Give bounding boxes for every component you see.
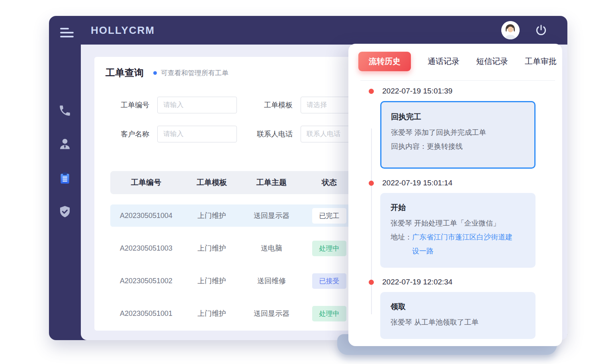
address-link[interactable]: 广东省江门市蓬江区白沙街道建设一路 — [412, 230, 512, 258]
col-header-subject: 工单主题 — [242, 177, 301, 188]
timeline-dot-icon — [369, 280, 374, 285]
timeline-connector-line — [371, 128, 372, 314]
sidebar-item-workorders[interactable] — [49, 171, 81, 185]
circulation-timeline: 2022-07-19 15:01:39 回执完工 张爱琴 添加了回执并完成工单 … — [348, 81, 562, 339]
address-label: 地址： — [391, 230, 412, 258]
tab-approval[interactable]: 工单审批 — [525, 56, 557, 67]
order-id-input[interactable] — [157, 97, 237, 113]
filter-label-template: 工单模板 — [248, 100, 293, 110]
timeline-card-receipt-complete[interactable]: 回执完工 张爱琴 添加了回执并完成工单 回执内容：更换转接线 — [380, 101, 536, 169]
clipboard-icon — [58, 171, 72, 185]
timeline-timestamp: 2022-07-19 15:01:14 — [382, 178, 562, 188]
detail-tabs: 流转历史 通话记录 短信记录 工单审批 — [348, 44, 562, 71]
timeline-entry: 2022-07-19 15:01:39 回执完工 张爱琴 添加了回执并完成工单 … — [380, 86, 562, 169]
page-title-row: 工单查询 可查看和管理所有工单 — [106, 66, 229, 79]
power-logout-icon[interactable] — [535, 24, 547, 37]
col-header-template: 工单模板 — [182, 177, 242, 188]
app-logo-text: HOLLYCRM — [91, 24, 155, 37]
timeline-entry: 2022-07-19 12:02:34 领取 张爱琴 从工单池领取了工单 — [380, 277, 562, 339]
timeline-dot-icon — [369, 89, 374, 94]
col-header-order-id: 工单编号 — [110, 177, 182, 188]
timeline-entry: 2022-07-19 15:01:14 开始 张爱琴 开始处理工单「企业微信」 … — [380, 178, 562, 268]
user-avatar[interactable] — [501, 21, 520, 39]
tab-call-records[interactable]: 通话记录 — [428, 56, 459, 67]
page: HOLLYCRM — [0, 0, 604, 364]
status-badge: 已完工 — [312, 208, 346, 224]
sidebar-item-quality[interactable] — [49, 205, 81, 218]
shield-check-icon — [58, 205, 72, 218]
filter-label-customer: 客户名称 — [113, 129, 149, 139]
timeline-dot-icon — [369, 181, 374, 186]
page-title: 工单查询 — [106, 66, 144, 79]
phone-icon — [58, 104, 72, 117]
filter-label-contact-phone: 联系人电话 — [248, 129, 293, 139]
status-badge: 处理中 — [312, 306, 346, 321]
subtitle-dot-icon — [153, 71, 157, 75]
timeline-card-claim[interactable]: 领取 张爱琴 从工单池领取了工单 — [380, 292, 536, 339]
status-badge: 已接受 — [312, 273, 346, 289]
page-subtitle: 可查看和管理所有工单 — [161, 68, 229, 78]
sidebar-item-customers[interactable] — [49, 137, 81, 151]
workorder-detail-panel: 流转历史 通话记录 短信记录 工单审批 2022-07-19 15:01:39 … — [348, 44, 562, 346]
tab-circulation-history[interactable]: 流转历史 — [358, 52, 411, 71]
tab-sms-records[interactable]: 短信记录 — [476, 56, 508, 67]
customer-name-input[interactable] — [157, 126, 237, 142]
timeline-timestamp: 2022-07-19 12:02:34 — [382, 277, 562, 287]
filter-label-order-id: 工单编号 — [113, 100, 149, 110]
hamburger-menu-icon[interactable] — [60, 28, 74, 40]
sidebar-item-calls[interactable] — [49, 104, 81, 117]
avatar-photo-icon — [501, 21, 520, 39]
user-icon — [58, 137, 72, 151]
status-badge: 处理中 — [312, 241, 346, 256]
timeline-timestamp: 2022-07-19 15:01:39 — [382, 86, 562, 96]
timeline-card-start[interactable]: 开始 张爱琴 开始处理工单「企业微信」 地址： 广东省江门市蓬江区白沙街道建设一… — [380, 193, 536, 268]
